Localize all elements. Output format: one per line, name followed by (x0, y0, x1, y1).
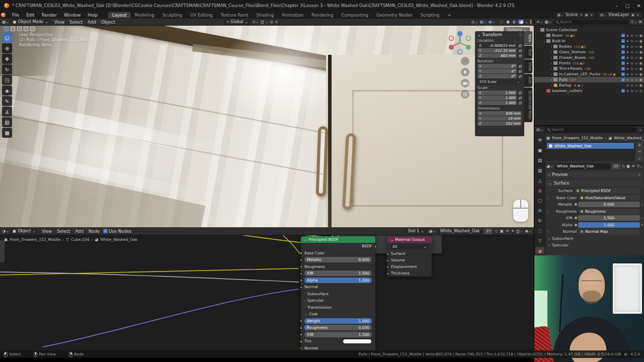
expand-arrow-icon[interactable]: › (549, 61, 553, 65)
viewport-disable-icon[interactable]: ▭ (635, 67, 638, 71)
viewport-disable-icon[interactable]: ▭ (635, 50, 638, 54)
properties-tab[interactable]: △ (535, 176, 544, 184)
breadcrumb-object[interactable]: Front_Drawers_152_Middle (552, 136, 603, 140)
hide-eye-icon[interactable]: ⊙ (630, 45, 633, 49)
input-socket[interactable] (300, 320, 302, 322)
slot-dropdown[interactable]: Slot 1⌄ (405, 228, 427, 234)
lock-icon[interactable] (518, 54, 522, 57)
sidebar-tab[interactable]: Screencast Keys (524, 87, 532, 122)
3d-viewport[interactable]: User Perspective (2) Pulls | Front_Drawe… (0, 26, 534, 227)
breadcrumb-material[interactable]: White_Washed_Oak (614, 136, 644, 140)
outliner-search[interactable] (553, 20, 629, 25)
scale-field[interactable]: X1.000 (477, 90, 517, 95)
color-input[interactable]: Tint (304, 339, 372, 344)
exclude-checkbox[interactable]: ✓ (621, 45, 625, 48)
collapsed-panel-header[interactable]: ›Specular (546, 242, 643, 248)
pin-icon[interactable]: ✦ (580, 13, 583, 17)
viewport-menu[interactable]: Select (67, 20, 85, 25)
navigation-gizmo[interactable] (447, 30, 473, 56)
viewport-tool-button[interactable]: ↻ (2, 64, 12, 74)
workspace-tab[interactable]: + (443, 12, 455, 18)
material-users-count[interactable]: 27 (612, 163, 620, 169)
value-slider[interactable]: Metallic0.000 (304, 257, 372, 262)
mode-dropdown[interactable]: ▣Object Mode⌄ (10, 19, 51, 25)
panel-drag-dots[interactable]: ⠿ (519, 33, 522, 37)
input-label[interactable]: Base Color (304, 251, 325, 255)
value-slider[interactable]: Weight1.000 (304, 318, 372, 324)
expand-arrow-icon[interactable]: › (546, 196, 550, 200)
remove-layer-icon[interactable]: ✕ (636, 13, 639, 17)
selectable-icon[interactable]: ➤ (626, 61, 629, 65)
lock-icon[interactable] (518, 65, 522, 68)
remove-slot-button[interactable]: − (636, 149, 643, 154)
selectable-icon[interactable]: ➤ (626, 83, 629, 87)
input-socket[interactable] (300, 273, 302, 275)
node-link-button[interactable]: Roughness (579, 209, 640, 214)
menu-item[interactable]: Render (38, 13, 60, 18)
properties-tab[interactable]: ▥ (535, 166, 544, 174)
viewport-tool-button[interactable]: ✥ (2, 54, 12, 64)
preview-panel-header[interactable]: ›Preview≡ (546, 171, 643, 178)
value-slider[interactable]: IOR1.500 (304, 332, 372, 337)
exclude-checkbox[interactable]: ✓ (621, 89, 625, 93)
workspace-tab[interactable]: Scripting (417, 12, 444, 18)
node-header[interactable]: ⌄Material Output (387, 236, 432, 243)
node-link-button[interactable]: Normal Map (579, 229, 640, 234)
viewport-tool-button[interactable]: ◈ (2, 85, 12, 96)
rotation-field[interactable]: Z0° (477, 74, 517, 78)
viewport-tool-button[interactable]: ∡ (2, 107, 12, 117)
input-socket[interactable] (300, 252, 302, 254)
outliner-display-mode-icon[interactable]: ▦⌄ (544, 20, 551, 24)
viewport-disable-icon[interactable]: ▭ (635, 45, 638, 49)
shader-menu[interactable]: Select (54, 229, 72, 234)
selectable-icon[interactable]: ➤ (626, 39, 629, 43)
shader-menu[interactable]: Node (86, 229, 102, 234)
hide-eye-icon[interactable]: ⊙ (630, 78, 633, 82)
outliner-row[interactable]: › Pulls ▽27 ✓ ➤ ⊙ ▭ ▣ (534, 77, 644, 82)
properties-tab[interactable]: ▤ (535, 156, 544, 164)
blender-menu-icon[interactable] (1, 13, 6, 17)
duplicate-icon[interactable]: ▣ (500, 229, 504, 233)
properties-tab[interactable]: ⚙ (535, 207, 544, 214)
filter-funnel-icon[interactable]: ▽⌄ (630, 20, 637, 24)
input-label[interactable]: ⌄Coat (304, 312, 317, 316)
input-socket[interactable] (300, 265, 302, 268)
editor-type-icon[interactable]: ▦⌄ (2, 20, 9, 24)
viewport-disable-icon[interactable]: ▭ (635, 61, 638, 65)
material-browse-icon[interactable]: ◕⌄ (546, 164, 553, 168)
use-nodes-checkbox[interactable]: ✓ (103, 229, 108, 233)
input-socket[interactable] (386, 266, 389, 268)
collapsed-panel-header[interactable]: ›Subsurface (546, 235, 643, 242)
exclude-checkbox[interactable]: ✓ (621, 72, 625, 76)
input-label[interactable]: Normal (304, 346, 318, 350)
unlink-icon[interactable]: ✕ (631, 164, 635, 168)
expand-arrow-icon[interactable]: › (546, 229, 550, 234)
input-socket[interactable] (386, 273, 389, 275)
material-browse-icon[interactable]: ◕⌄ (429, 229, 436, 233)
outliner-row[interactable]: › Bartop ⚙ ▣ ▽ ➤ ⊙ ▭ ▣ (534, 82, 644, 88)
node-link-button[interactable]: Principled BSDF (575, 188, 640, 194)
viewport-disable-icon[interactable]: ▭ (635, 83, 638, 87)
snap-icon[interactable]: Ω⌄ (516, 229, 523, 233)
material-slot-list[interactable]: White_Washed_Oak (546, 142, 634, 160)
properties-tab[interactable]: ◌ (535, 227, 544, 234)
input-label[interactable]: Normal (304, 285, 318, 289)
pause-render-icon[interactable]: ‖ (530, 20, 532, 24)
sidebar-tab[interactable]: View (524, 59, 532, 74)
material-shading-icon[interactable]: ◐ (512, 20, 517, 24)
viewport-disable-icon[interactable]: ▭ (635, 34, 638, 38)
expand-arrow-icon[interactable]: › (549, 83, 553, 87)
shading-dropdown[interactable]: ⌄ (525, 20, 528, 24)
hide-eye-icon[interactable]: ⊙ (630, 83, 633, 87)
snap-magnet-icon[interactable]: Ω (261, 20, 264, 24)
workspace-tab[interactable]: Compositing (338, 12, 372, 18)
input-label[interactable]: ›Subsurface (304, 292, 329, 296)
render-camera-icon[interactable]: ▣ (639, 39, 642, 43)
properties-tab[interactable]: ▣ (535, 146, 544, 154)
viewport-quick-icons[interactable] (4, 27, 35, 31)
material-name-field[interactable]: White_Washed_Oak (555, 163, 610, 169)
viewport-disable-icon[interactable]: ▭ (635, 78, 638, 82)
workspace-tab[interactable]: Sculpting (158, 12, 186, 18)
pivot-dropdown[interactable]: ⊙⌄ (252, 20, 259, 24)
outliner-search-input[interactable] (560, 20, 627, 24)
